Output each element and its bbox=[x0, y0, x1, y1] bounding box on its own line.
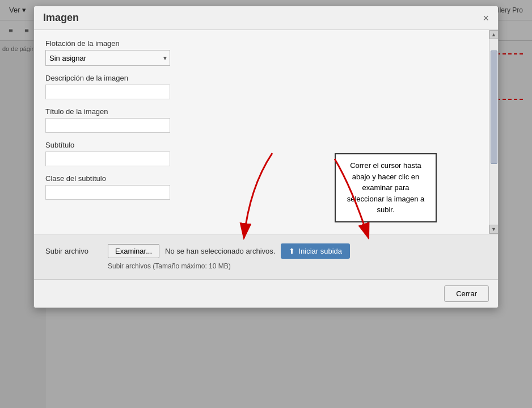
description-group: Descripción de la imagen bbox=[45, 74, 478, 99]
description-input[interactable] bbox=[45, 85, 170, 99]
image-title-input[interactable] bbox=[45, 118, 170, 133]
subtitle-class-input[interactable] bbox=[45, 185, 170, 200]
upload-section: Subir archivo Examinar... No se han sele… bbox=[34, 234, 498, 279]
rotation-select-wrap: Sin asignar ▼ bbox=[45, 50, 170, 66]
modal-footer: Cerrar bbox=[34, 279, 498, 308]
scrollbar-down-button[interactable]: ▼ bbox=[489, 225, 499, 234]
modal-header: Imagen × bbox=[34, 6, 498, 30]
modal-overlay: Imagen × Flotación de la imagen Sin asig… bbox=[0, 0, 532, 408]
no-file-text: No se han seleccionado archivos. bbox=[165, 247, 275, 255]
browse-button[interactable]: Examinar... bbox=[108, 244, 159, 258]
rotation-label: Flotación de la imagen bbox=[45, 39, 478, 48]
upload-note: Subir archivos (Tamaño máximo: 10 MB) bbox=[45, 262, 487, 270]
upload-label: Subir archivo bbox=[45, 247, 102, 255]
upload-row: Subir archivo Examinar... No se han sele… bbox=[45, 243, 487, 259]
scrollbar-track bbox=[490, 39, 498, 225]
image-title-label: Título de la imagen bbox=[45, 107, 478, 116]
title-group: Título de la imagen bbox=[45, 107, 478, 133]
subtitle-label: Subtítulo bbox=[45, 141, 478, 149]
upload-icon: ⬆ bbox=[289, 247, 295, 255]
upload-button-label: Iniciar subida bbox=[298, 247, 342, 255]
callout-box: Correr el cursor hasta abajo y hacer cli… bbox=[335, 153, 437, 222]
footer-close-button[interactable]: Cerrar bbox=[444, 285, 489, 302]
description-label: Descripción de la imagen bbox=[45, 74, 478, 82]
upload-button[interactable]: ⬆ Iniciar subida bbox=[281, 243, 350, 259]
rotation-select[interactable]: Sin asignar bbox=[45, 50, 170, 66]
modal-scrollbar[interactable]: ▲ ▼ bbox=[489, 30, 498, 234]
subtitle-input[interactable] bbox=[45, 152, 170, 166]
scrollbar-thumb[interactable] bbox=[491, 51, 497, 164]
scrollbar-up-button[interactable]: ▲ bbox=[489, 30, 499, 39]
callout-text: Correr el cursor hasta abajo y hacer cli… bbox=[347, 161, 425, 214]
modal-title: Imagen bbox=[43, 12, 79, 24]
modal-close-button[interactable]: × bbox=[483, 13, 489, 23]
rotation-group: Flotación de la imagen Sin asignar ▼ bbox=[45, 39, 478, 66]
